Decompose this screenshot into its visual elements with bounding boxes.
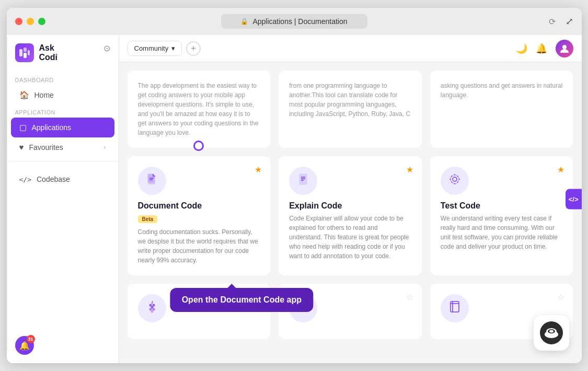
- lock-icon: 🔒: [240, 18, 248, 25]
- applications-icon: ▢: [19, 123, 27, 132]
- chevron-down-icon: ▾: [171, 44, 175, 52]
- logo-text: Ask Codi: [39, 43, 58, 62]
- topbar-right: 🌙 🔔: [516, 40, 573, 57]
- svg-point-24: [151, 306, 153, 309]
- community-label: Community: [134, 44, 169, 52]
- card-partial-3[interactable]: asking questions and get answers in natu…: [430, 71, 573, 148]
- svg-point-22: [149, 304, 152, 307]
- document-code-desc: Coding documentation sucks. Personally, …: [138, 227, 260, 265]
- maximize-button[interactable]: [38, 18, 45, 25]
- svg-rect-32: [451, 302, 459, 312]
- page-title: Applications | Documentation: [252, 17, 347, 26]
- svg-rect-3: [28, 50, 30, 55]
- minimize-button[interactable]: [27, 18, 34, 25]
- cursor-indicator: [193, 141, 204, 151]
- document-code-star-icon[interactable]: ★: [255, 165, 262, 175]
- document-code-title: Document Code: [138, 201, 260, 211]
- avatar[interactable]: [556, 40, 573, 57]
- svg-point-23: [152, 304, 155, 307]
- code-toggle-button[interactable]: </>: [566, 189, 582, 210]
- test-code-card[interactable]: ★ Test Code We understand writing every …: [430, 156, 573, 275]
- sidebar-item-home-label: Home: [34, 91, 54, 99]
- sidebar-section-codebase-label: [7, 161, 119, 170]
- sidebar-item-favourites-label: Favourites: [29, 143, 63, 152]
- svg-point-4: [562, 45, 567, 49]
- expand-button[interactable]: ⤢: [566, 16, 573, 27]
- explain-code-icon: [297, 173, 309, 189]
- card-bottom-2-icon-wrap: [289, 294, 317, 322]
- sidebar: Ask Codi ⊙ Dashboard 🏠 Home Application …: [7, 35, 119, 363]
- code-icon: </>: [19, 176, 31, 183]
- logo-icon: [15, 43, 34, 62]
- notification-badge: 31: [27, 335, 35, 343]
- grapes-icon: [146, 300, 158, 316]
- svg-rect-28: [299, 302, 307, 311]
- window-controls: [15, 18, 45, 25]
- community-selector[interactable]: Community ▾: [128, 41, 182, 56]
- sidebar-item-applications-label: Applications: [32, 123, 72, 132]
- explain-code-card[interactable]: ★ Explain Code Code Explainer will allow…: [279, 156, 422, 275]
- card-partial-1-desc: The app development is the easiest way t…: [138, 81, 260, 137]
- sidebar-item-home[interactable]: 🏠 Home: [11, 85, 114, 105]
- document-code-badge: Beta: [138, 215, 158, 223]
- notification-bell-button[interactable]: 🔔 31: [15, 336, 34, 355]
- test-code-title: Test Code: [441, 201, 563, 211]
- svg-point-12: [453, 177, 457, 181]
- add-button[interactable]: ＋: [186, 41, 201, 56]
- close-button[interactable]: [15, 18, 22, 25]
- card-bottom-2[interactable]: ☆: [279, 284, 422, 339]
- address-bar[interactable]: 🔒 Applications | Documentation: [221, 14, 367, 29]
- svg-line-20: [451, 182, 452, 182]
- svg-rect-8: [299, 174, 307, 184]
- sidebar-item-codebase[interactable]: </> Codebase: [11, 170, 114, 189]
- settings-button[interactable]: ⊙: [103, 43, 110, 53]
- cards-area[interactable]: The app development is the easiest way t…: [119, 62, 582, 363]
- chevron-right-icon: ›: [104, 144, 106, 151]
- card-partial-2-desc: from one programming language to another…: [289, 81, 411, 119]
- notification-button[interactable]: 🔔: [536, 43, 547, 54]
- explain-code-icon-wrap: [289, 167, 317, 195]
- sidebar-item-codebase-label: Codebase: [37, 175, 70, 183]
- svg-line-21: [457, 176, 458, 177]
- svg-point-27: [151, 310, 153, 313]
- card-partial-2[interactable]: from one programming language to another…: [279, 71, 422, 148]
- bot-widget[interactable]: [534, 315, 569, 351]
- explain-code-desc: Code Explainer will allow your code to b…: [289, 214, 411, 261]
- card-bottom-1-star-icon[interactable]: ★: [255, 292, 262, 302]
- card-partial-1[interactable]: The app development is the easiest way t…: [128, 71, 271, 148]
- refresh-button[interactable]: ⟳: [549, 17, 556, 27]
- sidebar-item-favourites[interactable]: ♥ Favourites ›: [11, 137, 114, 157]
- svg-point-25: [149, 308, 152, 311]
- card-bottom-3-icon-wrap: [441, 294, 469, 322]
- svg-rect-0: [19, 49, 22, 56]
- svg-point-36: [549, 330, 554, 333]
- sidebar-section-dashboard: Dashboard: [7, 73, 119, 85]
- card-bottom-3-star-icon[interactable]: ☆: [557, 292, 564, 302]
- clipboard-icon: [297, 300, 309, 316]
- explain-code-title: Explain Code: [289, 201, 411, 211]
- bot-icon: [540, 321, 563, 344]
- sidebar-item-applications[interactable]: ▢ Applications: [11, 118, 114, 137]
- test-code-icon-wrap: [441, 167, 469, 195]
- card-bottom-2-star-icon[interactable]: ☆: [406, 292, 413, 302]
- app-window: 🔒 Applications | Documentation ⟳ ⤢ Ask: [7, 8, 582, 363]
- logo: Ask Codi: [7, 43, 119, 73]
- document-code-card[interactable]: ★ Document Code Beta Coding documentatio…: [128, 156, 271, 275]
- home-icon: 🏠: [19, 90, 29, 100]
- titlebar: 🔒 Applications | Documentation ⟳ ⤢: [7, 8, 582, 35]
- document-code-icon-wrap: [138, 167, 166, 195]
- card-bottom-1-icon-wrap: [138, 294, 166, 322]
- app-body: Ask Codi ⊙ Dashboard 🏠 Home Application …: [7, 35, 582, 363]
- test-code-desc: We understand writing every test case if…: [441, 214, 563, 251]
- svg-line-19: [457, 182, 458, 182]
- svg-rect-1: [24, 48, 27, 52]
- document-code-icon: [146, 173, 158, 189]
- test-code-star-icon[interactable]: ★: [557, 165, 564, 175]
- dark-mode-button[interactable]: 🌙: [516, 43, 527, 54]
- svg-point-26: [152, 308, 155, 311]
- explain-code-star-icon[interactable]: ★: [406, 165, 413, 175]
- card-bottom-1[interactable]: ★: [128, 284, 271, 339]
- topbar: Community ▾ ＋ 🌙 🔔: [119, 35, 582, 62]
- test-code-icon: [448, 173, 461, 189]
- main-content: Community ▾ ＋ 🌙 🔔: [119, 35, 582, 363]
